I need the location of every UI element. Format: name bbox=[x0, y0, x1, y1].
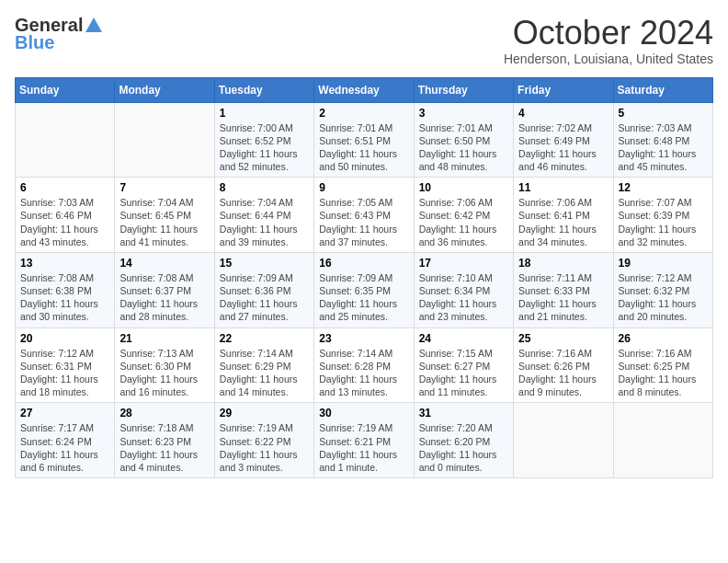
day-number: 2 bbox=[319, 107, 408, 120]
day-number: 10 bbox=[419, 181, 508, 194]
day-number: 13 bbox=[20, 257, 109, 270]
calendar-cell: 29Sunrise: 7:19 AM Sunset: 6:22 PM Dayli… bbox=[214, 403, 313, 478]
day-info: Sunrise: 7:11 AM Sunset: 6:33 PM Dayligh… bbox=[518, 271, 608, 324]
day-info: Sunrise: 7:12 AM Sunset: 6:31 PM Dayligh… bbox=[20, 347, 109, 399]
day-info: Sunrise: 7:05 AM Sunset: 6:43 PM Dayligh… bbox=[319, 196, 408, 248]
title-block: October 2024 Henderson, Louisiana, Unite… bbox=[504, 15, 713, 66]
calendar-cell bbox=[16, 102, 115, 178]
day-info: Sunrise: 7:04 AM Sunset: 6:45 PM Dayligh… bbox=[119, 196, 209, 248]
calendar-table: SundayMondayTuesdayWednesdayThursdayFrid… bbox=[15, 77, 713, 478]
calendar-cell: 25Sunrise: 7:16 AM Sunset: 6:26 PM Dayli… bbox=[514, 327, 613, 403]
day-number: 1 bbox=[220, 107, 309, 120]
location: Henderson, Louisiana, United States bbox=[504, 52, 713, 66]
header-tuesday: Tuesday bbox=[214, 77, 313, 102]
header-sunday: Sunday bbox=[16, 77, 115, 102]
calendar-cell: 6Sunrise: 7:03 AM Sunset: 6:46 PM Daylig… bbox=[16, 178, 115, 253]
calendar-cell: 2Sunrise: 7:01 AM Sunset: 6:51 PM Daylig… bbox=[314, 102, 414, 178]
day-number: 16 bbox=[319, 257, 408, 270]
day-number: 6 bbox=[20, 181, 109, 194]
day-info: Sunrise: 7:08 AM Sunset: 6:37 PM Dayligh… bbox=[119, 271, 209, 324]
day-number: 9 bbox=[319, 181, 408, 194]
day-number: 20 bbox=[20, 332, 109, 345]
week-row-3: 13Sunrise: 7:08 AM Sunset: 6:38 PM Dayli… bbox=[16, 252, 713, 327]
calendar-cell: 30Sunrise: 7:19 AM Sunset: 6:21 PM Dayli… bbox=[314, 403, 414, 478]
day-info: Sunrise: 7:20 AM Sunset: 6:20 PM Dayligh… bbox=[419, 421, 508, 474]
day-info: Sunrise: 7:17 AM Sunset: 6:24 PM Dayligh… bbox=[20, 421, 109, 474]
calendar-header-row: SundayMondayTuesdayWednesdayThursdayFrid… bbox=[16, 77, 713, 102]
day-info: Sunrise: 7:01 AM Sunset: 6:51 PM Dayligh… bbox=[319, 121, 408, 174]
day-info: Sunrise: 7:09 AM Sunset: 6:36 PM Dayligh… bbox=[220, 271, 309, 324]
logo-blue: Blue bbox=[15, 32, 54, 53]
day-info: Sunrise: 7:02 AM Sunset: 6:49 PM Dayligh… bbox=[518, 121, 608, 174]
header-saturday: Saturday bbox=[613, 77, 712, 102]
day-number: 11 bbox=[518, 181, 608, 194]
page-header: General Blue October 2024 Henderson, Lou… bbox=[15, 15, 713, 66]
day-info: Sunrise: 7:08 AM Sunset: 6:38 PM Dayligh… bbox=[20, 271, 109, 324]
calendar-cell: 10Sunrise: 7:06 AM Sunset: 6:42 PM Dayli… bbox=[414, 178, 513, 253]
day-info: Sunrise: 7:19 AM Sunset: 6:21 PM Dayligh… bbox=[319, 421, 408, 474]
day-number: 8 bbox=[220, 181, 309, 194]
calendar-cell: 27Sunrise: 7:17 AM Sunset: 6:24 PM Dayli… bbox=[16, 403, 115, 478]
calendar-cell: 17Sunrise: 7:10 AM Sunset: 6:34 PM Dayli… bbox=[414, 252, 513, 327]
day-info: Sunrise: 7:19 AM Sunset: 6:22 PM Dayligh… bbox=[220, 421, 309, 474]
calendar-cell: 9Sunrise: 7:05 AM Sunset: 6:43 PM Daylig… bbox=[314, 178, 414, 253]
calendar-cell: 18Sunrise: 7:11 AM Sunset: 6:33 PM Dayli… bbox=[514, 252, 613, 327]
day-info: Sunrise: 7:14 AM Sunset: 6:28 PM Dayligh… bbox=[319, 347, 408, 399]
calendar-cell: 1Sunrise: 7:00 AM Sunset: 6:52 PM Daylig… bbox=[214, 102, 313, 178]
day-info: Sunrise: 7:01 AM Sunset: 6:50 PM Dayligh… bbox=[419, 121, 508, 174]
calendar-cell: 11Sunrise: 7:06 AM Sunset: 6:41 PM Dayli… bbox=[514, 178, 613, 253]
day-number: 5 bbox=[619, 107, 708, 120]
day-info: Sunrise: 7:16 AM Sunset: 6:26 PM Dayligh… bbox=[518, 347, 608, 399]
calendar-cell: 13Sunrise: 7:08 AM Sunset: 6:38 PM Dayli… bbox=[16, 252, 115, 327]
header-thursday: Thursday bbox=[414, 77, 513, 102]
day-number: 4 bbox=[518, 107, 608, 120]
day-info: Sunrise: 7:13 AM Sunset: 6:30 PM Dayligh… bbox=[119, 347, 209, 399]
day-number: 15 bbox=[220, 257, 309, 270]
svg-marker-0 bbox=[85, 17, 102, 32]
day-number: 14 bbox=[119, 257, 209, 270]
day-info: Sunrise: 7:06 AM Sunset: 6:41 PM Dayligh… bbox=[518, 196, 608, 248]
day-number: 3 bbox=[419, 107, 508, 120]
day-number: 27 bbox=[20, 407, 109, 419]
day-info: Sunrise: 7:15 AM Sunset: 6:27 PM Dayligh… bbox=[419, 347, 508, 399]
calendar-cell: 16Sunrise: 7:09 AM Sunset: 6:35 PM Dayli… bbox=[314, 252, 414, 327]
calendar-cell: 15Sunrise: 7:09 AM Sunset: 6:36 PM Dayli… bbox=[214, 252, 313, 327]
week-row-4: 20Sunrise: 7:12 AM Sunset: 6:31 PM Dayli… bbox=[16, 327, 713, 403]
calendar-cell: 5Sunrise: 7:03 AM Sunset: 6:48 PM Daylig… bbox=[613, 102, 712, 178]
calendar-cell: 19Sunrise: 7:12 AM Sunset: 6:32 PM Dayli… bbox=[613, 252, 712, 327]
day-info: Sunrise: 7:04 AM Sunset: 6:44 PM Dayligh… bbox=[220, 196, 309, 248]
day-number: 12 bbox=[619, 181, 708, 194]
logo-icon bbox=[84, 16, 104, 36]
day-number: 18 bbox=[518, 257, 608, 270]
week-row-2: 6Sunrise: 7:03 AM Sunset: 6:46 PM Daylig… bbox=[16, 178, 713, 253]
day-info: Sunrise: 7:00 AM Sunset: 6:52 PM Dayligh… bbox=[220, 121, 309, 174]
day-info: Sunrise: 7:03 AM Sunset: 6:46 PM Dayligh… bbox=[20, 196, 109, 248]
calendar-cell: 21Sunrise: 7:13 AM Sunset: 6:30 PM Dayli… bbox=[115, 327, 214, 403]
calendar-cell: 7Sunrise: 7:04 AM Sunset: 6:45 PM Daylig… bbox=[115, 178, 214, 253]
calendar-cell: 20Sunrise: 7:12 AM Sunset: 6:31 PM Dayli… bbox=[16, 327, 115, 403]
calendar-cell: 4Sunrise: 7:02 AM Sunset: 6:49 PM Daylig… bbox=[514, 102, 613, 178]
calendar-cell: 8Sunrise: 7:04 AM Sunset: 6:44 PM Daylig… bbox=[214, 178, 313, 253]
day-number: 25 bbox=[518, 332, 608, 345]
day-info: Sunrise: 7:06 AM Sunset: 6:42 PM Dayligh… bbox=[419, 196, 508, 248]
day-info: Sunrise: 7:12 AM Sunset: 6:32 PM Dayligh… bbox=[619, 271, 708, 324]
logo: General Blue bbox=[15, 15, 105, 53]
calendar-cell: 23Sunrise: 7:14 AM Sunset: 6:28 PM Dayli… bbox=[314, 327, 414, 403]
day-number: 23 bbox=[319, 332, 408, 345]
day-info: Sunrise: 7:18 AM Sunset: 6:23 PM Dayligh… bbox=[119, 421, 209, 474]
day-info: Sunrise: 7:14 AM Sunset: 6:29 PM Dayligh… bbox=[220, 347, 309, 399]
day-number: 26 bbox=[619, 332, 708, 345]
header-wednesday: Wednesday bbox=[314, 77, 414, 102]
day-info: Sunrise: 7:09 AM Sunset: 6:35 PM Dayligh… bbox=[319, 271, 408, 324]
day-info: Sunrise: 7:10 AM Sunset: 6:34 PM Dayligh… bbox=[419, 271, 508, 324]
day-info: Sunrise: 7:07 AM Sunset: 6:39 PM Dayligh… bbox=[619, 196, 708, 248]
calendar-cell: 3Sunrise: 7:01 AM Sunset: 6:50 PM Daylig… bbox=[414, 102, 513, 178]
day-number: 30 bbox=[319, 407, 408, 419]
day-info: Sunrise: 7:03 AM Sunset: 6:48 PM Dayligh… bbox=[619, 121, 708, 174]
calendar-cell bbox=[115, 102, 214, 178]
calendar-cell: 14Sunrise: 7:08 AM Sunset: 6:37 PM Dayli… bbox=[115, 252, 214, 327]
day-number: 24 bbox=[419, 332, 508, 345]
calendar-cell bbox=[514, 403, 613, 478]
header-friday: Friday bbox=[514, 77, 613, 102]
calendar-cell: 24Sunrise: 7:15 AM Sunset: 6:27 PM Dayli… bbox=[414, 327, 513, 403]
